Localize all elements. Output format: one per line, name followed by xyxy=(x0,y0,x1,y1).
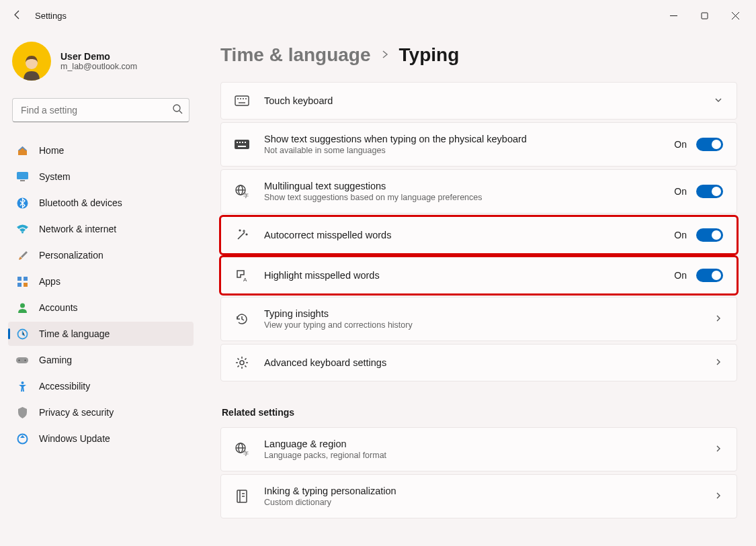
maximize-button[interactable] xyxy=(689,5,720,26)
update-icon xyxy=(16,433,28,445)
setting-text-suggestions[interactable]: Show text suggestions when typing on the… xyxy=(220,122,737,167)
svg-rect-28 xyxy=(235,140,249,149)
search-icon xyxy=(173,104,183,116)
nav-time-language[interactable]: Time & language xyxy=(8,322,194,346)
setting-title: Highlight misspelled words xyxy=(264,270,659,281)
wand-icon xyxy=(235,228,249,242)
profile-name: User Demo xyxy=(60,51,137,62)
system-icon xyxy=(16,171,28,183)
setting-multilingual[interactable]: 字 Multilingual text suggestions Show tex… xyxy=(220,169,737,214)
nav-system[interactable]: System xyxy=(8,165,194,189)
toggle-switch[interactable] xyxy=(696,269,723,282)
brush-icon xyxy=(16,249,28,261)
svg-point-20 xyxy=(21,381,24,384)
setting-subtitle: Custom dictionary xyxy=(264,498,699,507)
toggle-state: On xyxy=(674,230,687,240)
minimize-button[interactable] xyxy=(658,5,689,26)
chevron-right-icon xyxy=(380,50,390,61)
nav-privacy[interactable]: Privacy & security xyxy=(8,400,194,424)
nav-bluetooth[interactable]: Bluetooth & devices xyxy=(8,191,194,215)
window-title: Settings xyxy=(35,11,67,21)
setting-highlight-misspelled[interactable]: A Highlight misspelled words On xyxy=(220,257,737,294)
search-wrap xyxy=(12,98,190,122)
home-icon xyxy=(16,144,28,156)
sidebar: User Demo m_lab@outlook.com Home System xyxy=(0,31,202,546)
setting-subtitle: Not available in some languages xyxy=(264,146,659,155)
section-label: Related settings xyxy=(222,407,737,418)
setting-touch-keyboard[interactable]: Touch keyboard xyxy=(220,82,737,120)
keyboard-solid-icon xyxy=(235,137,249,152)
related-language-region[interactable]: 字 Language & region Language packs, regi… xyxy=(220,427,737,471)
nav-apps[interactable]: Apps xyxy=(8,269,194,293)
toggle-state: On xyxy=(674,270,687,281)
setting-advanced-keyboard[interactable]: Advanced keyboard settings xyxy=(220,344,737,381)
setting-autocorrect[interactable]: Autocorrect misspelled words On xyxy=(220,216,737,254)
nav-home[interactable]: Home xyxy=(8,138,194,163)
chevron-right-icon xyxy=(714,357,723,369)
setting-typing-insights[interactable]: Typing insights View your typing and cor… xyxy=(220,297,737,341)
nav-item-label: Gaming xyxy=(39,355,72,365)
svg-rect-11 xyxy=(17,277,22,281)
breadcrumb-parent[interactable]: Time & language xyxy=(220,44,371,66)
clock-globe-icon xyxy=(16,328,28,340)
svg-point-18 xyxy=(19,359,20,361)
toggle-switch[interactable] xyxy=(696,138,723,151)
close-button[interactable] xyxy=(720,5,751,26)
nav-item-label: Accessibility xyxy=(39,381,90,392)
chevron-right-icon xyxy=(714,314,723,325)
related-inking-typing[interactable]: Inking & typing personalization Custom d… xyxy=(220,474,737,518)
svg-rect-30 xyxy=(239,142,241,143)
svg-rect-14 xyxy=(24,283,28,287)
nav-network[interactable]: Network & internet xyxy=(8,217,194,241)
chevron-down-icon xyxy=(714,95,723,107)
setting-subtitle: View your typing and corrections history xyxy=(264,320,699,330)
setting-title: Show text suggestions when typing on the… xyxy=(264,134,659,144)
wifi-icon xyxy=(16,223,28,235)
titlebar: Settings xyxy=(0,0,756,31)
nav-gaming[interactable]: Gaming xyxy=(8,348,194,372)
toggle-switch[interactable] xyxy=(696,185,723,198)
apps-icon xyxy=(16,275,28,287)
nav-item-label: Apps xyxy=(39,276,60,287)
nav-item-label: Personalization xyxy=(39,250,103,261)
nav-item-label: Time & language xyxy=(39,328,110,339)
shield-icon xyxy=(16,406,28,418)
search-input[interactable] xyxy=(12,98,190,122)
svg-rect-1 xyxy=(702,13,708,19)
toggle-state: On xyxy=(674,186,687,197)
setting-title: Multilingual text suggestions xyxy=(264,181,659,191)
svg-rect-31 xyxy=(242,142,243,143)
setting-title: Advanced keyboard settings xyxy=(264,357,699,368)
nav-item-label: Accounts xyxy=(39,302,78,313)
profile-email: m_lab@outlook.com xyxy=(60,62,137,71)
nav-item-label: Bluetooth & devices xyxy=(39,197,122,208)
nav-item-label: Network & internet xyxy=(39,224,116,234)
svg-rect-32 xyxy=(245,142,246,143)
svg-line-6 xyxy=(179,111,182,113)
setting-subtitle: Show text suggestions based on my langua… xyxy=(264,193,659,202)
nav-accessibility[interactable]: Accessibility xyxy=(8,374,194,398)
setting-subtitle: Language packs, regional format xyxy=(264,451,699,460)
nav-item-label: System xyxy=(39,171,71,182)
setting-title: Typing insights xyxy=(264,308,699,319)
setting-title: Language & region xyxy=(264,439,699,449)
breadcrumb: Time & language Typing xyxy=(220,44,737,66)
svg-point-5 xyxy=(173,105,180,111)
nav-accounts[interactable]: Accounts xyxy=(8,295,194,320)
svg-rect-17 xyxy=(16,357,28,363)
avatar xyxy=(12,42,51,81)
nav-item-label: Windows Update xyxy=(39,433,110,444)
svg-point-41 xyxy=(240,361,244,365)
back-button[interactable] xyxy=(12,9,23,22)
history-icon xyxy=(235,312,249,326)
toggle-state: On xyxy=(674,139,687,150)
svg-rect-7 xyxy=(17,172,28,179)
toggle-switch[interactable] xyxy=(696,228,723,242)
bluetooth-icon xyxy=(16,197,28,209)
chevron-right-icon xyxy=(714,491,723,502)
nav-windows-update[interactable]: Windows Update xyxy=(8,426,194,451)
person-icon xyxy=(16,302,28,314)
nav-personalization[interactable]: Personalization xyxy=(8,243,194,267)
profile[interactable]: User Demo m_lab@outlook.com xyxy=(8,38,194,85)
main-content: Time & language Typing Touch keyboard Sh… xyxy=(202,31,756,546)
